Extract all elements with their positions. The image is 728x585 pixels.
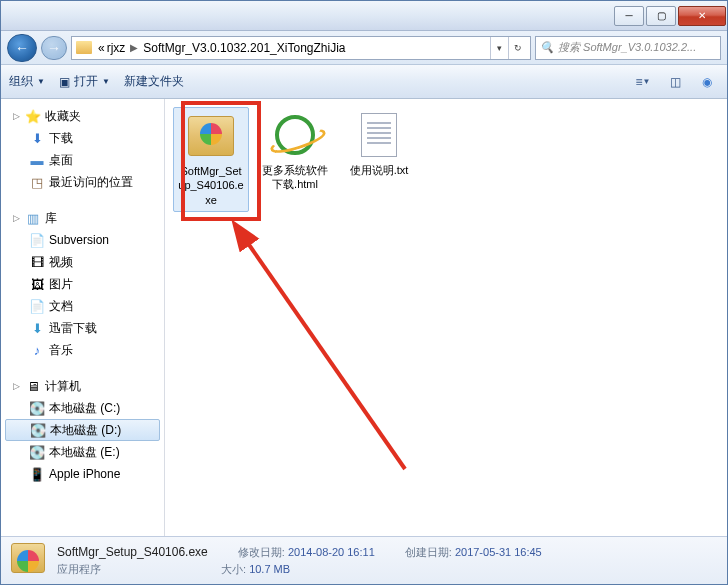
- file-label: 使用说明.txt: [350, 163, 409, 177]
- download-icon: ⬇: [29, 130, 45, 146]
- sidebar-desktop[interactable]: ▬桌面: [1, 149, 164, 171]
- status-created-label: 创建日期:: [405, 546, 452, 558]
- close-button[interactable]: ✕: [678, 6, 726, 26]
- sidebar-libraries[interactable]: ▷▥库: [1, 207, 164, 229]
- drive-icon: 💽: [29, 444, 45, 460]
- arrow-right-icon: →: [47, 40, 61, 56]
- open-icon: ▣: [59, 75, 70, 89]
- minimize-button[interactable]: ─: [614, 6, 644, 26]
- breadcrumb-seg[interactable]: rjxz: [107, 41, 126, 55]
- help-button[interactable]: ◉: [695, 71, 719, 93]
- package-icon: [187, 112, 235, 160]
- ie-icon: [271, 111, 319, 159]
- annotation-arrow: [225, 219, 425, 479]
- sidebar-favorites[interactable]: ▷⭐收藏夹: [1, 105, 164, 127]
- picture-icon: 🖼: [29, 276, 45, 292]
- new-folder-button[interactable]: 新建文件夹: [124, 73, 184, 90]
- document-icon: 📄: [29, 298, 45, 314]
- search-placeholder: 搜索 SoftMgr_V3.0.1032.2...: [558, 40, 696, 55]
- sidebar-subversion[interactable]: 📄Subversion: [1, 229, 164, 251]
- video-icon: 🎞: [29, 254, 45, 270]
- view-options-button[interactable]: ≡ ▼: [631, 71, 655, 93]
- search-icon: 🔍: [540, 41, 554, 54]
- status-size-value: 10.7 MB: [249, 563, 290, 575]
- breadcrumb-seg[interactable]: SoftMgr_V3.0.1032.201_XiTongZhiJia: [143, 41, 345, 55]
- desktop-icon: ▬: [29, 152, 45, 168]
- back-button[interactable]: ←: [7, 34, 37, 62]
- sidebar-videos[interactable]: 🎞视频: [1, 251, 164, 273]
- chevron-right-icon: ▶: [127, 42, 141, 53]
- sidebar-drive-d[interactable]: 💽本地磁盘 (D:): [5, 419, 160, 441]
- status-mod-label: 修改日期:: [238, 546, 285, 558]
- breadcrumb[interactable]: « rjxz ▶ SoftMgr_V3.0.1032.201_XiTongZhi…: [71, 36, 531, 60]
- sidebar-drive-c[interactable]: 💽本地磁盘 (C:): [1, 397, 164, 419]
- forward-button[interactable]: →: [41, 36, 67, 60]
- svg-line-0: [245, 239, 405, 469]
- sidebar-recent[interactable]: ◳最近访问的位置: [1, 171, 164, 193]
- computer-icon: 🖥: [25, 378, 41, 394]
- chevron-down-icon: ▼: [37, 77, 45, 86]
- recent-icon: ◳: [29, 174, 45, 190]
- preview-pane-button[interactable]: ◫: [663, 71, 687, 93]
- drive-icon: 💽: [30, 422, 46, 438]
- file-list[interactable]: SoftMgr_Setup_S40106.exe 更多系统软件下载.html 使…: [165, 99, 727, 536]
- organize-menu[interactable]: 组织 ▼: [9, 73, 45, 90]
- maximize-button[interactable]: ▢: [646, 6, 676, 26]
- sidebar-xunlei[interactable]: ⬇迅雷下载: [1, 317, 164, 339]
- drive-icon: 💽: [29, 400, 45, 416]
- status-mod-value: 2014-08-20 16:11: [288, 546, 375, 558]
- open-button[interactable]: ▣ 打开 ▼: [59, 73, 110, 90]
- sidebar-pictures[interactable]: 🖼图片: [1, 273, 164, 295]
- status-size-label: 大小:: [221, 563, 246, 575]
- path-dropdown[interactable]: ▾: [490, 37, 508, 59]
- folder-icon: [76, 41, 92, 54]
- download-icon: ⬇: [29, 320, 45, 336]
- status-type: 应用程序: [57, 562, 101, 577]
- status-created-value: 2017-05-31 16:45: [455, 546, 542, 558]
- sidebar-iphone[interactable]: 📱Apple iPhone: [1, 463, 164, 485]
- music-icon: ♪: [29, 342, 45, 358]
- explorer-window: ─ ▢ ✕ ← → « rjxz ▶ SoftMgr_V3.0.1032.201…: [0, 0, 728, 585]
- sidebar-downloads[interactable]: ⬇下载: [1, 127, 164, 149]
- text-file-icon: [355, 111, 403, 159]
- sidebar-drive-e[interactable]: 💽本地磁盘 (E:): [1, 441, 164, 463]
- sidebar-computer[interactable]: ▷🖥计算机: [1, 375, 164, 397]
- refresh-button[interactable]: ↻: [508, 37, 526, 59]
- sidebar: ▷⭐收藏夹 ⬇下载 ▬桌面 ◳最近访问的位置 ▷▥库 📄Subversion 🎞…: [1, 99, 165, 536]
- arrow-left-icon: ←: [15, 40, 29, 56]
- file-label: 更多系统软件下载.html: [261, 163, 329, 192]
- chevron-down-icon: ▼: [102, 77, 110, 86]
- file-item-exe[interactable]: SoftMgr_Setup_S40106.exe: [173, 107, 249, 212]
- file-icon: 📄: [29, 232, 45, 248]
- library-icon: ▥: [25, 210, 41, 226]
- status-filename: SoftMgr_Setup_S40106.exe: [57, 545, 208, 560]
- toolbar: 组织 ▼ ▣ 打开 ▼ 新建文件夹 ≡ ▼ ◫ ◉: [1, 65, 727, 99]
- sidebar-music[interactable]: ♪音乐: [1, 339, 164, 361]
- sidebar-documents[interactable]: 📄文档: [1, 295, 164, 317]
- search-input[interactable]: 🔍 搜索 SoftMgr_V3.0.1032.2...: [535, 36, 721, 60]
- star-icon: ⭐: [25, 108, 41, 124]
- file-item-txt[interactable]: 使用说明.txt: [341, 107, 417, 181]
- package-icon: [11, 543, 47, 579]
- phone-icon: 📱: [29, 466, 45, 482]
- titlebar: ─ ▢ ✕: [1, 1, 727, 31]
- body: ▷⭐收藏夹 ⬇下载 ▬桌面 ◳最近访问的位置 ▷▥库 📄Subversion 🎞…: [1, 99, 727, 536]
- breadcrumb-prefix: «: [98, 41, 105, 55]
- address-bar: ← → « rjxz ▶ SoftMgr_V3.0.1032.201_XiTon…: [1, 31, 727, 65]
- file-label: SoftMgr_Setup_S40106.exe: [178, 164, 244, 207]
- file-item-html[interactable]: 更多系统软件下载.html: [257, 107, 333, 196]
- status-bar: SoftMgr_Setup_S40106.exe 修改日期: 2014-08-2…: [1, 536, 727, 584]
